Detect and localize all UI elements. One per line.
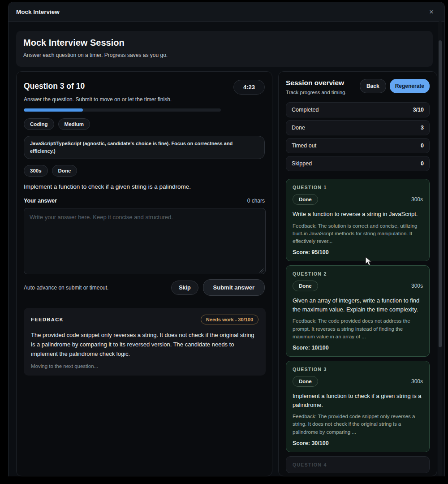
back-button[interactable]: Back	[360, 79, 386, 93]
question-card-2[interactable]: QUESTION 2 Done 300s Given an array of i…	[286, 265, 430, 357]
modal-title: Mock Interview	[16, 9, 60, 15]
feedback-body: The provided code snippet only reverses …	[31, 331, 258, 359]
question-card-4[interactable]: QUESTION 4	[286, 456, 430, 473]
resize-handle-icon[interactable]	[259, 268, 263, 272]
page-title: Mock Interview Session	[23, 38, 426, 48]
progress-bar	[24, 108, 221, 112]
skip-button[interactable]: Skip	[171, 281, 198, 295]
question-card-1[interactable]: QUESTION 1 Done 300s Write a function to…	[286, 179, 430, 261]
session-header-card: Mock Interview Session Answer each quest…	[16, 31, 433, 67]
answer-textarea[interactable]	[24, 208, 266, 274]
stat-row-completed: Completed 3/10	[286, 102, 430, 117]
modal-titlebar: Mock Interview ×	[9, 2, 444, 22]
question-note: JavaScript/TypeScript (agnostic, candida…	[24, 136, 265, 159]
regenerate-button[interactable]: Regenerate	[390, 79, 430, 93]
status-badge: Done	[293, 281, 318, 291]
timer-badge: 4:23	[233, 80, 265, 95]
answer-label: Your answer	[24, 198, 57, 204]
category-chip: Coding	[24, 118, 54, 130]
status-badge: Done	[293, 194, 318, 205]
difficulty-chip: Medium	[58, 118, 90, 130]
question-progress-title: Question 3 of 10	[24, 80, 85, 91]
question-panel: Question 3 of 10 4:23 Answer the questio…	[16, 71, 272, 476]
session-overview-panel: Session overview Track progress and timi…	[278, 71, 437, 476]
overview-title: Session overview	[286, 79, 347, 87]
question-instructions: Answer the question. Submit to move on o…	[24, 96, 265, 103]
scrollbar-thumb[interactable]	[439, 40, 442, 347]
stat-row-done: Done 3	[286, 120, 430, 135]
char-count: 0 chars	[247, 198, 265, 204]
close-icon[interactable]: ×	[427, 6, 435, 17]
mock-interview-modal: Mock Interview × Mock Interview Session …	[8, 2, 445, 476]
overview-subtitle: Track progress and timing.	[286, 90, 347, 95]
submit-answer-button[interactable]: Submit answer	[203, 279, 265, 296]
stat-row-timed-out: Timed out 0	[286, 138, 430, 153]
status-chip: Done	[52, 165, 78, 177]
session-stats: Completed 3/10 Done 3 Timed out 0 Skippe…	[286, 102, 430, 171]
auto-advance-note: Auto-advance on submit or timeout.	[24, 285, 108, 291]
duration-chip: 300s	[24, 165, 48, 177]
modal-body: Mock Interview Session Answer each quest…	[9, 22, 444, 476]
question-text: Implement a function to check if a given…	[24, 183, 265, 190]
feedback-card: FEEDBACK Needs work - 30/100 The provide…	[24, 308, 266, 376]
question-card-3[interactable]: QUESTION 3 Done 300s Implement a functio…	[286, 361, 430, 452]
progress-bar-fill	[24, 108, 83, 112]
mouse-cursor-icon	[365, 256, 373, 266]
stat-row-skipped: Skipped 0	[286, 156, 430, 171]
question-history-list: QUESTION 1 Done 300s Write a function to…	[286, 179, 430, 473]
feedback-footer: Moving to the next question...	[31, 363, 258, 369]
status-badge: Done	[293, 376, 318, 387]
feedback-label: FEEDBACK	[31, 317, 64, 322]
score-badge: Needs work - 30/100	[201, 315, 258, 324]
page-subtitle: Answer each question on a timer. Progres…	[23, 52, 426, 58]
